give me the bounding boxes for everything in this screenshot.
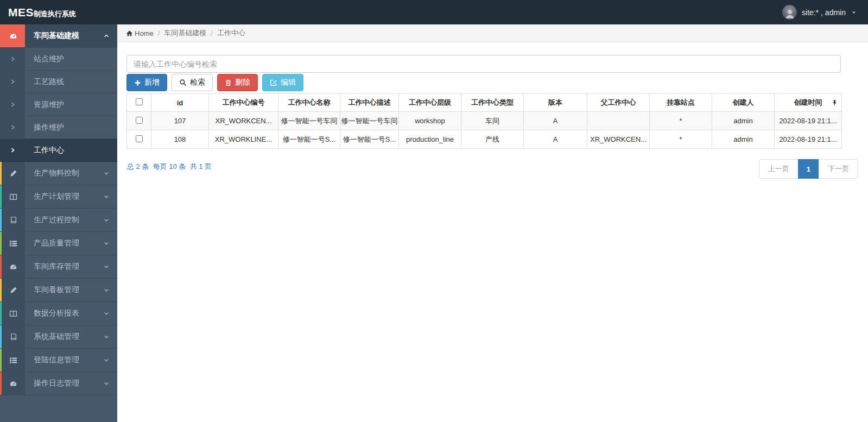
column-header-label: 创建人 (733, 98, 754, 106)
sidebar-item-操作日志管理[interactable]: 操作日志管理 (0, 372, 117, 395)
table-cell (587, 112, 650, 130)
tachometer-icon (9, 32, 17, 40)
row-checkbox[interactable] (136, 135, 143, 142)
column-header[interactable]: 工作中心名称 (278, 94, 340, 112)
toolbar: 新增检索删除编辑 (126, 74, 303, 91)
sidebar-item-产品质量管理[interactable]: 产品质量管理 (0, 232, 117, 255)
primary-action-button[interactable]: 新增 (126, 74, 167, 91)
column-header[interactable]: 创建时间 (775, 94, 842, 112)
column-header[interactable]: 版本 (524, 94, 587, 112)
info-action-button[interactable]: 编辑 (262, 74, 303, 91)
sidebar-icon-cell (0, 93, 25, 116)
table-cell: admin (712, 112, 775, 130)
sidebar-icon-cell (0, 185, 25, 208)
sidebar-item-label: 数据分析报表 (34, 308, 79, 318)
user-menu[interactable]: site:* , admin (782, 5, 868, 20)
sidebar-item-label: 工作中心 (34, 146, 64, 155)
plus-icon (134, 79, 141, 86)
page-1-button[interactable]: 1 (798, 159, 819, 179)
row-checkbox[interactable] (136, 117, 143, 124)
table-cell: 修一智能一号S... (340, 130, 399, 149)
sidebar-item-生产物料控制[interactable]: 生产物料控制 (0, 162, 117, 185)
table-row: 108XR_WORKLINE...修一智能一号S...修一智能一号S...pro… (127, 130, 842, 149)
breadcrumb-home[interactable]: Home (126, 29, 154, 37)
chevron-down-icon (103, 217, 110, 223)
table-cell: 车间 (461, 112, 524, 130)
book-icon (10, 333, 17, 341)
breadcrumb-item[interactable]: 车间基础建模 (164, 28, 206, 38)
sidebar-icon-cell (0, 349, 25, 371)
sidebar-item-label: 操作维护 (34, 123, 64, 133)
column-header[interactable]: 父工作中心 (587, 94, 650, 112)
column-header-label: id (177, 99, 183, 107)
sidebar-item-label: 登陆信息管理 (34, 355, 79, 365)
chevron-right-icon (10, 79, 16, 85)
sidebar-item-label: 资源维护 (34, 100, 64, 110)
sidebar-item-车间库存管理[interactable]: 车间库存管理 (0, 255, 117, 279)
breadcrumb-item-current: 工作中心 (217, 28, 245, 38)
sidebar-icon-cell (0, 24, 25, 47)
column-header[interactable]: 工作中心类型 (461, 94, 524, 112)
page: MES 制造执行系统 site:* , admin 车间基础建模站点维护工艺路线… (0, 0, 868, 422)
sidebar-item-label: 车间看板管理 (34, 285, 79, 295)
select-all-checkbox[interactable] (136, 98, 143, 105)
sidebar-item-label: 工艺路线 (34, 77, 64, 87)
table-cell: 2022-08-19 21:1... (775, 112, 842, 130)
button-label: 删除 (235, 78, 250, 87)
home-icon (126, 30, 133, 37)
sidebar-subitem-资源维护[interactable]: 资源维护 (0, 93, 117, 116)
table-cell: 修一智能一号车间 (340, 112, 399, 130)
prev-page-button[interactable]: 上一页 (759, 159, 799, 179)
columns-icon (9, 310, 17, 318)
column-header-label: 父工作中心 (601, 98, 636, 106)
sidebar-subitem-站点维护[interactable]: 站点维护 (0, 48, 117, 71)
column-header[interactable]: 挂靠站点 (650, 94, 712, 112)
pencil-icon (10, 286, 17, 294)
pagination-summary: 总 2 条 每页 10 条 共 1 页 (127, 162, 212, 172)
sidebar-subitem-工作中心[interactable]: 工作中心 (0, 139, 117, 162)
sidebar-icon-cell (0, 325, 25, 348)
table-cell: 产线 (461, 130, 524, 149)
sidebar-item-车间基础建模[interactable]: 车间基础建模 (0, 24, 117, 48)
danger-action-button[interactable]: 删除 (217, 74, 258, 91)
breadcrumb: Home / 车间基础建模 / 工作中心 (117, 24, 868, 42)
sidebar-subitem-工艺路线[interactable]: 工艺路线 (0, 71, 117, 93)
sidebar-item-数据分析报表[interactable]: 数据分析报表 (0, 302, 117, 325)
sidebar-item-label: 车间库存管理 (34, 262, 79, 272)
sidebar-item-生产计划管理[interactable]: 生产计划管理 (0, 185, 117, 209)
tachometer-icon (9, 263, 17, 271)
column-header[interactable]: 工作中心描述 (340, 94, 399, 112)
book-icon (10, 216, 17, 224)
sidebar-icon-cell (0, 372, 25, 395)
default-action-button[interactable]: 检索 (172, 74, 213, 91)
column-header[interactable]: id (151, 94, 209, 112)
column-header-label: 工作中心编号 (223, 98, 265, 106)
column-header[interactable]: 创建人 (712, 94, 775, 112)
trash-icon (225, 79, 232, 86)
sidebar-icon-cell (0, 232, 25, 255)
table-cell: XR_WORKLINE... (209, 130, 278, 149)
table-cell: 108 (151, 130, 209, 149)
app-logo[interactable]: MES 制造执行系统 (0, 6, 76, 19)
sidebar-icon-cell (0, 139, 25, 161)
sidebar-item-label: 操作日志管理 (34, 379, 79, 388)
column-header[interactable]: 工作中心编号 (209, 94, 278, 112)
button-label: 编辑 (281, 78, 296, 87)
sidebar-item-生产过程控制[interactable]: 生产过程控制 (0, 209, 117, 232)
table-cell: 修一智能一号车间 (278, 112, 340, 130)
table-cell: * (650, 112, 712, 130)
chevron-right-icon (10, 56, 16, 62)
table-cell: XR_WORKCEN... (587, 130, 650, 149)
pin-icon[interactable] (832, 100, 838, 106)
next-page-button[interactable]: 下一页 (819, 159, 858, 179)
sidebar-item-系统基础管理[interactable]: 系统基础管理 (0, 325, 117, 349)
column-header[interactable]: 工作中心层级 (399, 94, 461, 112)
tachometer-icon (9, 380, 17, 388)
sidebar-subitem-操作维护[interactable]: 操作维护 (0, 116, 117, 139)
sidebar-item-登陆信息管理[interactable]: 登陆信息管理 (0, 349, 117, 372)
table-cell: 107 (151, 112, 209, 130)
search-input[interactable] (126, 55, 841, 73)
column-header-label: 挂靠站点 (667, 98, 695, 106)
sidebar-item-车间看板管理[interactable]: 车间看板管理 (0, 279, 117, 302)
table-cell: production_line (399, 130, 461, 149)
